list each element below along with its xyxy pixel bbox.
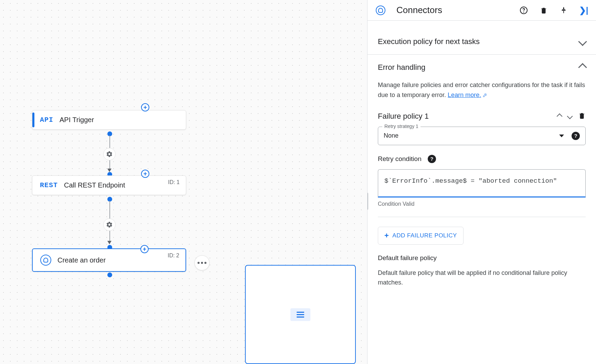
add-node-button[interactable]: + (140, 245, 149, 253)
default-policy-description: Default failure policy that will be appl… (378, 268, 586, 288)
arrow-head (107, 241, 111, 244)
section-body: Manage failure policies and error catche… (368, 80, 596, 296)
divider (378, 217, 586, 217)
panel-title: Connectors (396, 5, 512, 15)
add-failure-policy-button[interactable]: + ADD FAILURE POLICY (378, 227, 464, 245)
add-policy-label: ADD FAILURE POLICY (392, 232, 457, 239)
panel-header: Connectors ❯| (368, 0, 596, 21)
add-node-button[interactable]: + (141, 170, 149, 178)
retry-condition-label: Retry condition (378, 155, 422, 163)
node-accent-bar (32, 113, 34, 127)
api-icon: API (40, 116, 53, 124)
delete-icon[interactable] (540, 6, 548, 14)
help-icon[interactable] (520, 6, 528, 14)
node-more-button[interactable] (194, 255, 210, 270)
field-value: None (384, 132, 398, 139)
retry-condition-label-row: Retry condition ? (378, 155, 586, 163)
port-out[interactable] (107, 272, 112, 277)
section-header[interactable]: Error handling (368, 55, 596, 80)
node-rest-endpoint[interactable]: REST Call REST Endpoint ID: 1 (32, 175, 186, 195)
palette-menu-icon[interactable] (290, 308, 310, 321)
failure-policy-title: Failure policy 1 (378, 112, 429, 121)
node-id: ID: 1 (168, 179, 180, 185)
arrow-head (107, 169, 111, 172)
chevron-down-icon (578, 37, 587, 46)
section-title: Execution policy for next tasks (378, 37, 480, 46)
rest-icon: REST (40, 181, 58, 189)
node-id: ID: 2 (168, 253, 179, 259)
failure-policy-header: Failure policy 1 (378, 112, 586, 121)
edge-settings-button[interactable] (103, 148, 116, 160)
edge-settings-button[interactable] (103, 218, 116, 231)
field-label: Retry strategy 1 (382, 124, 421, 129)
pin-icon[interactable] (560, 6, 568, 14)
section-header[interactable]: Execution policy for next tasks (368, 29, 596, 54)
add-node-button[interactable]: + (141, 103, 149, 111)
retry-condition-input[interactable]: $`ErrorInfo`.message$ = "aborted connect… (378, 169, 586, 197)
help-tooltip-icon[interactable]: ? (572, 132, 580, 140)
move-down-button[interactable] (568, 114, 572, 118)
move-up-button[interactable] (557, 114, 562, 118)
condition-status: Condition Valid (378, 201, 586, 207)
desc-text: Manage failure policies and error catche… (378, 82, 585, 98)
node-api-trigger[interactable]: API API Trigger (32, 110, 186, 130)
section-title: Error handling (378, 63, 425, 72)
dropdown-caret-icon (559, 135, 564, 137)
node-label: API Trigger (60, 116, 94, 124)
details-panel: Connectors ❯| Execution policy for next … (367, 0, 596, 364)
chevron-up-icon (578, 63, 587, 72)
external-link-icon: ⬀ (482, 91, 487, 100)
node-label: Call REST Endpoint (64, 181, 125, 189)
default-policy-title: Default failure policy (378, 254, 586, 262)
connector-icon (40, 255, 51, 266)
collapse-panel-icon[interactable]: ❯| (579, 6, 588, 14)
task-palette[interactable] (245, 265, 356, 364)
section-error-handling: Error handling Manage failure policies a… (368, 55, 596, 296)
workflow-canvas[interactable]: API API Trigger + REST Call REST Endpoin… (0, 0, 367, 364)
help-tooltip-icon[interactable]: ? (428, 155, 436, 163)
svg-point-1 (524, 12, 524, 12)
section-description: Manage failure policies and error catche… (378, 80, 586, 100)
learn-more-link[interactable]: Learn more. (448, 92, 481, 98)
section-execution-policy: Execution policy for next tasks (368, 21, 596, 55)
retry-strategy-select[interactable]: Retry strategy 1 None ? (378, 127, 586, 145)
plus-icon: + (384, 231, 389, 240)
node-label: Create an order (57, 256, 106, 264)
delete-policy-button[interactable] (578, 112, 586, 121)
connector-icon (376, 6, 385, 15)
scroll-indicator[interactable] (367, 193, 368, 210)
node-create-order[interactable]: Create an order ID: 2 (32, 248, 186, 272)
